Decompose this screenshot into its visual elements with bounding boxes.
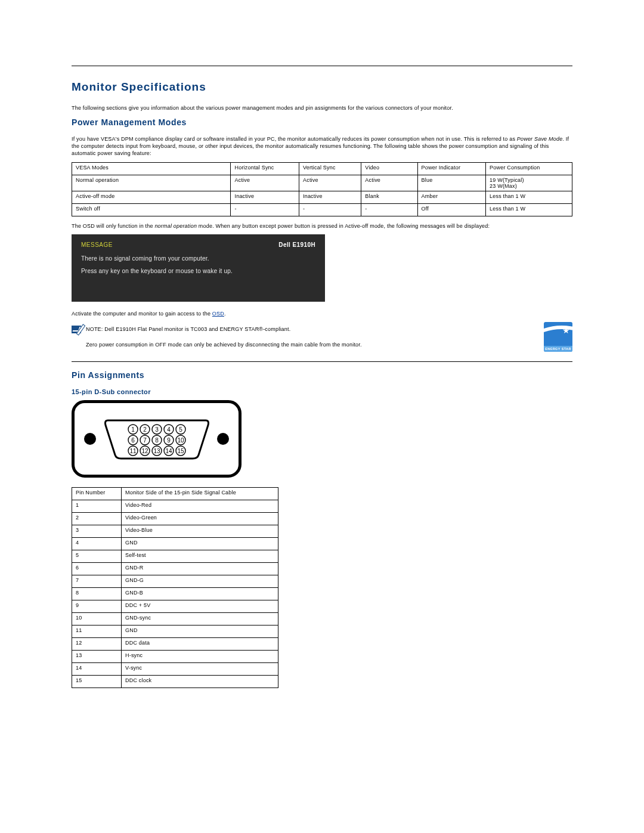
cell: 8 bbox=[72, 588, 122, 600]
table-row: Normal operation Active Active Active Bl… bbox=[72, 175, 572, 191]
cell: GND-sync bbox=[122, 613, 278, 625]
power-para-before: If you have VESA's DPM compliance displa… bbox=[72, 136, 517, 142]
cell: 12 bbox=[72, 638, 122, 651]
cell: Less than 1 W bbox=[486, 203, 572, 216]
cell: 11 bbox=[72, 625, 122, 638]
table-row: 10GND-sync bbox=[72, 613, 278, 625]
svg-text:11: 11 bbox=[129, 448, 137, 454]
power-table: VESA Modes Horizontal Sync Vertical Sync… bbox=[72, 162, 572, 216]
cell: Off bbox=[417, 203, 486, 216]
cell: 6 bbox=[72, 563, 122, 575]
cell: GND-G bbox=[122, 575, 278, 588]
pins-heading: Pin Assignments bbox=[72, 370, 572, 380]
power-para-italic: Power Save Mode bbox=[517, 136, 563, 142]
cell: 7 bbox=[72, 575, 122, 588]
osd-line-2: Press any key on the keyboard or mouse t… bbox=[81, 268, 315, 274]
cell: Video-Red bbox=[122, 500, 278, 513]
osd-note-after: mode. When any button except power butto… bbox=[197, 223, 490, 229]
top-divider bbox=[72, 66, 572, 66]
svg-text:13: 13 bbox=[153, 448, 160, 454]
power-paragraph: If you have VESA's DPM compliance displa… bbox=[72, 135, 572, 157]
cell: GND bbox=[122, 538, 278, 550]
col-video: Video bbox=[361, 162, 417, 175]
note-row: NOTE: Dell E1910H Flat Panel monitor is … bbox=[72, 326, 538, 337]
osd-model-label: Dell E1910H bbox=[278, 241, 315, 248]
table-row: 2Video-Green bbox=[72, 513, 278, 525]
table-row: 4GND bbox=[72, 538, 278, 550]
cell: - bbox=[231, 203, 299, 216]
table-row: 12DDC data bbox=[72, 638, 278, 651]
cell: Blank bbox=[361, 191, 417, 203]
cell: DDC clock bbox=[122, 676, 278, 688]
osd-message-box: MESSAGE Dell E1910H There is no signal c… bbox=[72, 234, 325, 302]
osd-line-1: There is no signal coming from your comp… bbox=[81, 255, 315, 262]
cell: 19 W(Typical) 23 W(Max) bbox=[486, 175, 572, 191]
table-row: 8GND-B bbox=[72, 588, 278, 600]
cell: 1 bbox=[72, 500, 122, 513]
connector-screw-left-icon bbox=[84, 433, 96, 445]
pin-table: Pin Number Monitor Side of the 15-pin Si… bbox=[72, 487, 278, 688]
cell: 13 bbox=[72, 651, 122, 663]
connector-screw-right-icon bbox=[217, 433, 229, 445]
cell: DDC data bbox=[122, 638, 278, 651]
connector-shell: 1 2 3 4 5 6 7 8 9 10 11 12 bbox=[103, 416, 210, 462]
svg-text:14: 14 bbox=[165, 448, 172, 454]
col-vsync: Vertical Sync bbox=[299, 162, 361, 175]
activate-line: Activate the computer and monitor to gai… bbox=[72, 310, 572, 317]
osd-link[interactable]: OSD bbox=[212, 311, 224, 317]
cell: GND-B bbox=[122, 588, 278, 600]
osd-note-italic: normal operation bbox=[154, 223, 197, 229]
table-row: 5Self-test bbox=[72, 550, 278, 563]
svg-text:5: 5 bbox=[179, 426, 182, 433]
svg-text:8: 8 bbox=[155, 437, 159, 444]
note-icon bbox=[72, 326, 81, 333]
zero-power-text: Zero power consumption in OFF mode can o… bbox=[86, 341, 538, 348]
cell: V-sync bbox=[122, 663, 278, 676]
cell: Inactive bbox=[299, 191, 361, 203]
cell: Video-Blue bbox=[122, 525, 278, 538]
cell: Normal operation bbox=[72, 175, 231, 191]
cell: Active bbox=[361, 175, 417, 191]
col-power-indicator: Power Indicator bbox=[417, 162, 486, 175]
dsub-connector-diagram: 1 2 3 4 5 6 7 8 9 10 11 12 bbox=[72, 400, 242, 478]
svg-text:15: 15 bbox=[177, 448, 184, 454]
col-pin-number: Pin Number bbox=[72, 488, 122, 500]
svg-text:1: 1 bbox=[131, 426, 135, 433]
table-row: 6GND-R bbox=[72, 563, 278, 575]
table-header-row: VESA Modes Horizontal Sync Vertical Sync… bbox=[72, 162, 572, 175]
energy-star-icon: ★ ENERGY STAR bbox=[544, 322, 572, 352]
note-and-energystar-row: NOTE: Dell E1910H Flat Panel monitor is … bbox=[72, 322, 572, 353]
cell: 15 bbox=[72, 676, 122, 688]
svg-text:9: 9 bbox=[167, 437, 171, 444]
cell: 3 bbox=[72, 525, 122, 538]
osd-note: The OSD will only function in the normal… bbox=[72, 222, 572, 230]
activate-after: . bbox=[224, 311, 226, 317]
svg-text:3: 3 bbox=[155, 426, 159, 433]
table-row: 15DDC clock bbox=[72, 676, 278, 688]
svg-text:12: 12 bbox=[141, 448, 148, 454]
cell: Less than 1 W bbox=[486, 191, 572, 203]
table-row: 13H-sync bbox=[72, 651, 278, 663]
svg-text:6: 6 bbox=[131, 437, 135, 444]
osd-note-before: The OSD will only function in the bbox=[72, 223, 154, 229]
intro-text: The following sections give you informat… bbox=[72, 104, 572, 112]
cell: Active bbox=[231, 175, 299, 191]
table-row: 7GND-G bbox=[72, 575, 278, 588]
osd-message-label: MESSAGE bbox=[81, 241, 113, 248]
power-heading: Power Management Modes bbox=[72, 117, 572, 127]
note-text: NOTE: Dell E1910H Flat Panel monitor is … bbox=[86, 326, 290, 333]
cell: 2 bbox=[72, 513, 122, 525]
svg-text:7: 7 bbox=[143, 437, 147, 444]
cell: 5 bbox=[72, 550, 122, 563]
cell: 14 bbox=[72, 663, 122, 676]
note-label: NOTE: bbox=[86, 326, 103, 332]
cell: Video-Green bbox=[122, 513, 278, 525]
cell: GND bbox=[122, 625, 278, 638]
svg-text:10: 10 bbox=[177, 437, 184, 444]
cell: 10 bbox=[72, 613, 122, 625]
svg-text:2: 2 bbox=[143, 426, 147, 433]
cell: 4 bbox=[72, 538, 122, 550]
cell: - bbox=[299, 203, 361, 216]
col-vesa: VESA Modes bbox=[72, 162, 231, 175]
cell: Inactive bbox=[231, 191, 299, 203]
